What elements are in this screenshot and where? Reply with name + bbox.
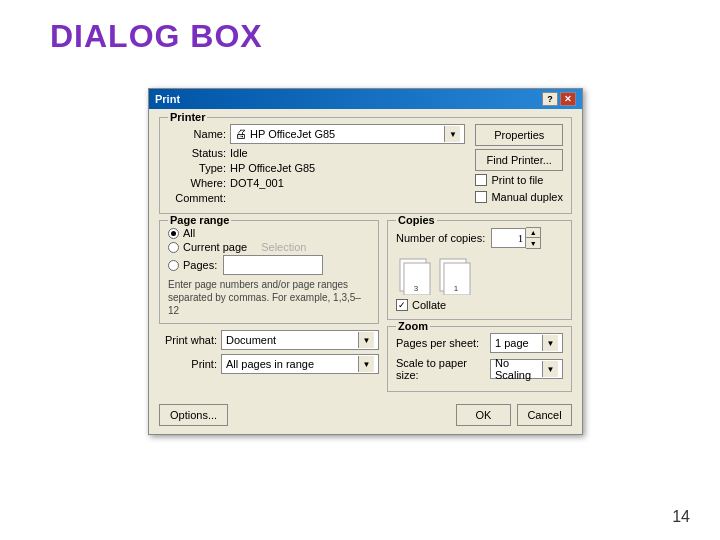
print-to-file-label: Print to file: [491, 174, 543, 186]
printer-name-arrow[interactable]: ▼: [444, 126, 460, 142]
print-what-label: Print what:: [159, 334, 217, 346]
pages-per-sheet-value: 1 page: [495, 337, 529, 349]
type-row: Type: HP OfficeJet G85: [168, 162, 465, 174]
dialog-titlebar: Print ? ✕: [149, 89, 582, 109]
where-row: Where: DOT4_001: [168, 177, 465, 189]
number-of-copies-label: Number of copies:: [396, 232, 485, 244]
printer-name-row: Name: 🖨 HP OfficeJet G85 ▼: [168, 124, 465, 144]
print-to-file-checkbox[interactable]: [475, 174, 487, 186]
copy-icon-2: 1: [436, 255, 472, 295]
print-label: Print:: [159, 358, 217, 370]
status-value: Idle: [230, 147, 465, 159]
find-printer-button[interactable]: Find Printer...: [475, 149, 563, 171]
print-to-file-row: Print to file: [475, 174, 563, 186]
printer-section: Printer Name: 🖨 HP OfficeJet G85 ▼: [159, 117, 572, 214]
slide-number: 14: [672, 508, 690, 526]
pages-row: Pages:: [168, 255, 370, 275]
right-col: Copies Number of copies: ▲ ▼: [387, 220, 572, 398]
ok-cancel-area: OK Cancel: [456, 404, 572, 426]
copy-icon-1: 3: [396, 255, 432, 295]
where-value: DOT4_001: [230, 177, 465, 189]
scale-select[interactable]: No Scaling ▼: [490, 359, 563, 379]
current-page-radio[interactable]: [168, 242, 179, 253]
pages-per-sheet-select[interactable]: 1 page ▼: [490, 333, 563, 353]
print-options-area: Print what: Document ▼ Print: All pages …: [159, 330, 379, 374]
svg-text:3: 3: [414, 284, 419, 293]
type-label: Type:: [168, 162, 226, 174]
all-radio[interactable]: [168, 228, 179, 239]
comment-label: Comment:: [168, 192, 226, 204]
properties-button[interactable]: Properties: [475, 124, 563, 146]
print-what-row: Print what: Document ▼: [159, 330, 379, 350]
scale-value: No Scaling: [495, 357, 542, 381]
scale-row: Scale to paper size: No Scaling ▼: [396, 357, 563, 381]
print-value: All pages in range: [226, 358, 314, 370]
collate-label: Collate: [412, 299, 446, 311]
manual-duplex-row: Manual duplex: [475, 191, 563, 203]
selection-label: Selection: [261, 241, 306, 253]
all-radio-row: All: [168, 227, 370, 239]
copies-input[interactable]: [491, 228, 526, 248]
spinner-buttons: ▲ ▼: [526, 227, 541, 249]
scale-arrow[interactable]: ▼: [542, 361, 558, 377]
svg-text:1: 1: [454, 284, 459, 293]
where-label: Where:: [168, 177, 226, 189]
pages-per-sheet-label: Pages per sheet:: [396, 337, 486, 349]
zoom-section: Zoom Pages per sheet: 1 page ▼ Scale to …: [387, 326, 572, 392]
printer-right-buttons: Properties Find Printer... Print to file…: [475, 124, 563, 207]
page-range-section: Page range All Current page Selection Pa…: [159, 220, 379, 324]
collate-checkbox[interactable]: ✓: [396, 299, 408, 311]
status-label: Status:: [168, 147, 226, 159]
printer-name-select[interactable]: 🖨 HP OfficeJet G85 ▼: [230, 124, 465, 144]
zoom-label: Zoom: [396, 320, 430, 332]
page-title: DIALOG BOX: [50, 18, 263, 55]
pages-per-sheet-row: Pages per sheet: 1 page ▼: [396, 333, 563, 353]
close-button[interactable]: ✕: [560, 92, 576, 106]
spin-up-button[interactable]: ▲: [526, 228, 540, 238]
copies-icons-area: 3 1: [396, 255, 563, 295]
comment-row: Comment:: [168, 192, 465, 204]
copies-label: Copies: [396, 214, 437, 226]
pages-label: Pages:: [183, 259, 217, 271]
dialog-title: Print: [155, 93, 180, 105]
print-select[interactable]: All pages in range ▼: [221, 354, 379, 374]
copies-spinner: ▲ ▼: [491, 227, 541, 249]
page-range-label: Page range: [168, 214, 231, 226]
all-label: All: [183, 227, 195, 239]
print-what-select[interactable]: Document ▼: [221, 330, 379, 350]
print-what-value: Document: [226, 334, 276, 346]
bottom-buttons: Options... OK Cancel: [159, 404, 572, 426]
page-range-note: Enter page numbers and/or page rangessep…: [168, 278, 370, 317]
options-button[interactable]: Options...: [159, 404, 228, 426]
printer-section-label: Printer: [168, 111, 207, 123]
page-range-col: Page range All Current page Selection Pa…: [159, 220, 379, 398]
scale-label: Scale to paper size:: [396, 357, 486, 381]
current-page-label: Current page: [183, 241, 247, 253]
print-dialog: Print ? ✕ Printer Name: 🖨: [148, 88, 583, 435]
titlebar-buttons: ? ✕: [542, 92, 576, 106]
collate-row: ✓ Collate: [396, 299, 563, 311]
pages-input[interactable]: [223, 255, 323, 275]
print-arrow[interactable]: ▼: [358, 356, 374, 372]
copies-section: Copies Number of copies: ▲ ▼: [387, 220, 572, 320]
dialog-body: Printer Name: 🖨 HP OfficeJet G85 ▼: [149, 109, 582, 434]
print-what-arrow[interactable]: ▼: [358, 332, 374, 348]
printer-icon: 🖨: [235, 127, 247, 141]
print-row: Print: All pages in range ▼: [159, 354, 379, 374]
status-row: Status: Idle: [168, 147, 465, 159]
name-label: Name:: [168, 128, 226, 140]
titlebar-title-area: Print: [155, 93, 180, 105]
middle-section: Page range All Current page Selection Pa…: [159, 220, 572, 398]
ok-button[interactable]: OK: [456, 404, 511, 426]
type-value: HP OfficeJet G85: [230, 162, 465, 174]
printer-name-value: HP OfficeJet G85: [250, 128, 335, 140]
help-button[interactable]: ?: [542, 92, 558, 106]
manual-duplex-checkbox[interactable]: [475, 191, 487, 203]
cancel-button[interactable]: Cancel: [517, 404, 572, 426]
current-page-row: Current page Selection: [168, 241, 370, 253]
spin-down-button[interactable]: ▼: [526, 238, 540, 248]
pages-radio[interactable]: [168, 260, 179, 271]
manual-duplex-label: Manual duplex: [491, 191, 563, 203]
pages-per-sheet-arrow[interactable]: ▼: [542, 335, 558, 351]
